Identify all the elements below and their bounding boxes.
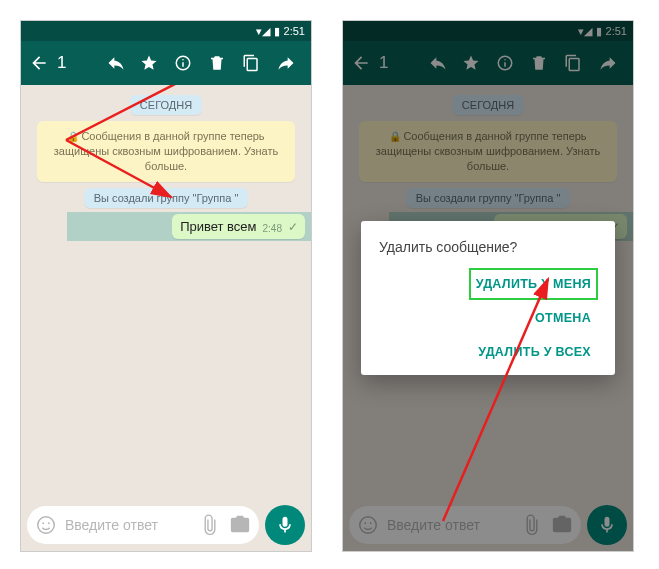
system-message: Вы создали группу "Группа " [84, 188, 249, 208]
clock: 2:51 [606, 25, 627, 37]
delete-for-everyone-button[interactable]: УДАЛИТЬ У ВСЕХ [472, 337, 597, 367]
back-icon[interactable] [351, 53, 371, 73]
mic-button[interactable] [265, 505, 305, 545]
selection-toolbar: 1 [343, 41, 633, 85]
encryption-notice[interactable]: 🔒Сообщения в данной группе теперь защище… [359, 121, 617, 182]
message-input[interactable]: Введите ответ [27, 506, 259, 544]
svg-point-12 [364, 522, 366, 524]
encryption-text: Сообщения в данной группе теперь защищен… [54, 130, 278, 172]
message-bubble: Привет всем 2:48 ✓ [172, 214, 305, 239]
copy-icon[interactable] [242, 54, 266, 72]
copy-icon[interactable] [564, 54, 588, 72]
encryption-notice[interactable]: 🔒Сообщения в данной группе теперь защище… [37, 121, 295, 182]
svg-point-10 [504, 59, 506, 61]
dialog-title: Удалить сообщение? [379, 239, 597, 255]
message-time: 2:48 [263, 223, 282, 234]
selection-count: 1 [379, 53, 388, 73]
screenshot-right: ▾◢ ▮ 2:51 1 СЕГОДНЯ 🔒Сообщения в данной … [342, 20, 634, 552]
status-bar: ▾◢ ▮ 2:51 [21, 21, 311, 41]
selection-count: 1 [57, 53, 66, 73]
lock-icon: 🔒 [389, 130, 401, 144]
lock-icon: 🔒 [67, 130, 79, 144]
forward-icon[interactable] [598, 53, 622, 73]
encryption-text: Сообщения в данной группе теперь защищен… [376, 130, 600, 172]
info-icon[interactable] [174, 54, 198, 72]
date-chip: СЕГОДНЯ [452, 95, 524, 115]
input-bar: Введите ответ [343, 499, 633, 551]
camera-icon[interactable] [551, 514, 573, 536]
delete-icon[interactable] [530, 54, 554, 72]
tick-icon: ✓ [288, 220, 298, 234]
reply-icon[interactable] [106, 53, 130, 73]
cancel-button[interactable]: ОТМЕНА [529, 303, 597, 333]
svg-point-13 [370, 522, 372, 524]
star-icon[interactable] [140, 54, 164, 72]
mic-button[interactable] [587, 505, 627, 545]
message-row-selected[interactable]: Привет всем 2:48 ✓ [67, 212, 311, 241]
svg-point-11 [360, 517, 377, 534]
delete-dialog: Удалить сообщение? УДАЛИТЬ У МЕНЯ ОТМЕНА… [361, 221, 615, 375]
emoji-icon[interactable] [357, 514, 379, 536]
star-icon[interactable] [462, 54, 486, 72]
chat-body: СЕГОДНЯ 🔒Сообщения в данной группе тепер… [21, 85, 311, 499]
svg-point-2 [182, 59, 184, 61]
clock: 2:51 [284, 25, 305, 37]
input-bar: Введите ответ [21, 499, 311, 551]
system-message: Вы создали группу "Группа " [406, 188, 571, 208]
back-icon[interactable] [29, 53, 49, 73]
attach-icon[interactable] [199, 514, 221, 536]
battery-icon: ▮ [596, 25, 602, 38]
signal-icon: ▾◢ [578, 25, 592, 38]
input-placeholder: Введите ответ [387, 517, 513, 533]
svg-point-6 [42, 522, 44, 524]
status-bar: ▾◢ ▮ 2:51 [343, 21, 633, 41]
svg-point-5 [38, 517, 55, 534]
battery-icon: ▮ [274, 25, 280, 38]
date-chip: СЕГОДНЯ [130, 95, 202, 115]
selection-toolbar: 1 [21, 41, 311, 85]
info-icon[interactable] [496, 54, 520, 72]
emoji-icon[interactable] [35, 514, 57, 536]
camera-icon[interactable] [229, 514, 251, 536]
delete-icon[interactable] [208, 54, 232, 72]
delete-for-me-button[interactable]: УДАЛИТЬ У МЕНЯ [470, 269, 597, 299]
screenshot-left: ▾◢ ▮ 2:51 1 СЕГОДНЯ 🔒Сообщения в д [20, 20, 312, 552]
forward-icon[interactable] [276, 53, 300, 73]
signal-icon: ▾◢ [256, 25, 270, 38]
message-input[interactable]: Введите ответ [349, 506, 581, 544]
input-placeholder: Введите ответ [65, 517, 191, 533]
reply-icon[interactable] [428, 53, 452, 73]
svg-point-7 [48, 522, 50, 524]
attach-icon[interactable] [521, 514, 543, 536]
message-text: Привет всем [180, 219, 256, 234]
